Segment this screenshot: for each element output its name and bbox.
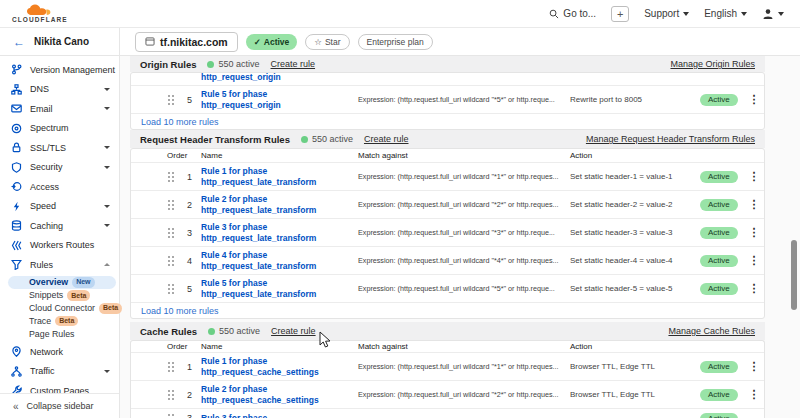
drag-handle[interactable] <box>167 171 174 182</box>
collapse-sidebar-button[interactable]: « Collapse sidebar <box>0 393 119 418</box>
sidebar-item-rules-cloud-connector[interactable]: Cloud Connector Beta <box>0 302 119 315</box>
sidebar-item-ssl-tls[interactable]: SSL/TLS <box>0 138 119 158</box>
sidebar-item-rules-overview[interactable]: Overview New <box>8 276 116 290</box>
drag-handle[interactable] <box>167 413 174 418</box>
support-menu[interactable]: Support <box>644 8 689 19</box>
rule-name-link[interactable]: Rule 2 for phase http_request_cache_sett… <box>201 384 358 406</box>
sidebar-item-rules-trace[interactable]: Trace Beta <box>0 315 119 328</box>
lock-icon <box>11 142 22 153</box>
language-menu[interactable]: English <box>704 8 747 19</box>
drag-handle[interactable] <box>167 199 174 210</box>
star-button[interactable]: ☆ Star <box>305 34 349 50</box>
sidebar-label: Workers Routes <box>30 240 94 250</box>
new-badge: New <box>72 277 94 288</box>
rule-name-line2: http_request_late_transform <box>201 205 316 215</box>
row-menu-button[interactable]: ⋮ <box>749 282 760 295</box>
row-menu-button[interactable]: ⋮ <box>749 198 760 211</box>
row-menu-button[interactable]: ⋮ <box>749 226 760 239</box>
sidebar-item-network[interactable]: Network <box>0 342 119 362</box>
row-menu-button[interactable]: ⋮ <box>749 93 760 106</box>
table-row[interactable]: 5 Rule 5 for phase http_request_late_tra… <box>131 275 764 303</box>
create-rule-link[interactable]: Create rule <box>271 326 316 336</box>
back-arrow-icon[interactable]: ← <box>13 36 25 48</box>
sidebar-item-access[interactable]: Access <box>0 177 119 197</box>
table-row[interactable]: 2 Rule 2 for phase http_request_cache_se… <box>131 381 764 409</box>
traffic-icon <box>11 366 22 377</box>
rule-name-link[interactable]: Rule 4 for phase http_request_late_trans… <box>201 250 358 272</box>
domain-selector[interactable]: tf.nikitac.com <box>135 32 238 52</box>
sidebar-item-security[interactable]: Security <box>0 158 119 178</box>
table-row[interactable]: 1 Rule 1 for phase http_request_cache_se… <box>131 353 764 381</box>
table-row-partial[interactable]: 3 Rule 3 for phase Active <box>131 409 764 418</box>
sidebar-item-workers-routes[interactable]: Workers Routes <box>0 236 119 256</box>
manage-request-header-transform-rules-link[interactable]: Manage Request Header Transform Rules <box>586 134 755 144</box>
database-icon <box>11 220 22 231</box>
drag-handle[interactable] <box>167 389 174 400</box>
account-switcher[interactable]: ← Nikita Cano <box>0 28 120 55</box>
table-row[interactable]: 4 Rule 4 for phase http_request_late_tra… <box>131 247 764 275</box>
rule-name-link[interactable]: Rule 1 for phase http_request_late_trans… <box>201 166 358 188</box>
table-row-partial[interactable]: http_request_origin <box>131 73 764 86</box>
rule-name-line2: http_request_cache_settings <box>201 395 319 405</box>
drag-handle[interactable] <box>167 227 174 238</box>
rule-name-link[interactable]: Rule 3 for phase <box>201 413 358 418</box>
create-rule-link[interactable]: Create rule <box>271 59 316 69</box>
vertical-scrollbar[interactable] <box>791 240 797 310</box>
column-order: Order <box>167 151 201 160</box>
action-cell: Rewrite port to 8005 <box>570 95 700 104</box>
sidebar-item-version-management[interactable]: Version Management <box>0 60 119 80</box>
table-row[interactable]: 2 Rule 2 for phase http_request_late_tra… <box>131 191 764 219</box>
row-menu-button[interactable]: ⋮ <box>749 254 760 267</box>
cloudflare-wordmark: CLOUDFLARE <box>12 17 68 24</box>
chevron-down-icon <box>104 146 110 149</box>
create-rule-link[interactable]: Create rule <box>364 134 409 144</box>
active-status-badge: Active <box>700 361 738 373</box>
sidebar-item-traffic[interactable]: Traffic <box>0 362 119 382</box>
status-dot-icon <box>207 61 214 68</box>
rule-name-link[interactable]: http_request_origin <box>201 73 281 82</box>
sidebar-label: Version Management <box>30 65 115 75</box>
row-menu-button[interactable]: ⋮ <box>749 360 760 373</box>
cloudflare-cloud-icon <box>26 4 54 16</box>
load-more-link[interactable]: Load 10 more rules <box>131 303 764 319</box>
sidebar-label: SSL/TLS <box>30 143 66 153</box>
sidebar-label: Security <box>30 162 63 172</box>
add-site-button[interactable]: + <box>611 6 629 22</box>
rule-name-link[interactable]: Rule 1 for phase http_request_cache_sett… <box>201 356 358 378</box>
spectrum-icon <box>11 123 22 134</box>
cloudflare-logo[interactable]: CLOUDFLARE <box>12 4 68 24</box>
manage-origin-rules-link[interactable]: Manage Origin Rules <box>670 59 755 69</box>
top-navigation: CLOUDFLARE Go to... + Support English <box>0 0 800 28</box>
table-row[interactable]: 3 Rule 3 for phase http_request_late_tra… <box>131 219 764 247</box>
manage-cache-rules-link[interactable]: Manage Cache Rules <box>668 326 755 336</box>
table-row[interactable]: 5 Rule 5 for phase http_request_origin E… <box>131 86 764 114</box>
rule-name-link[interactable]: Rule 3 for phase http_request_late_trans… <box>201 222 358 244</box>
load-more-label: Load 10 more rules <box>141 117 219 127</box>
global-search[interactable]: Go to... <box>549 8 596 19</box>
sidebar-item-spectrum[interactable]: Spectrum <box>0 119 119 139</box>
sidebar-item-dns[interactable]: DNS <box>0 80 119 100</box>
sidebar-item-speed[interactable]: Speed <box>0 197 119 217</box>
drag-handle[interactable] <box>167 94 174 105</box>
column-match-against: Match against <box>358 151 570 160</box>
sidebar-item-rules[interactable]: Rules <box>0 255 119 275</box>
row-menu-button[interactable]: ⋮ <box>749 388 760 401</box>
row-menu-button[interactable]: ⋮ <box>749 170 760 183</box>
section-title: Cache Rules <box>140 326 197 337</box>
sidebar-item-caching[interactable]: Caching <box>0 216 119 236</box>
rule-name-link[interactable]: Rule 2 for phase http_request_late_trans… <box>201 194 358 216</box>
sidebar-item-email[interactable]: Email <box>0 99 119 119</box>
rule-name-link[interactable]: Rule 5 for phase http_request_origin <box>201 89 358 111</box>
drag-handle[interactable] <box>167 283 174 294</box>
sidebar-label: Spectrum <box>30 123 69 133</box>
rule-name-link[interactable]: Rule 5 for phase http_request_late_trans… <box>201 278 358 300</box>
drag-handle[interactable] <box>167 255 174 266</box>
load-more-link[interactable]: Load 10 more rules <box>131 114 764 130</box>
table-row[interactable]: 1 Rule 1 for phase http_request_late_tra… <box>131 163 764 191</box>
user-menu[interactable] <box>762 8 784 20</box>
sidebar-item-rules-snippets[interactable]: Snippets Beta <box>0 289 119 302</box>
sidebar-item-rules-page-rules[interactable]: Page Rules <box>0 327 119 340</box>
chevron-down-icon <box>683 12 689 16</box>
drag-handle[interactable] <box>167 361 174 372</box>
sidebar-label: Speed <box>30 201 56 211</box>
